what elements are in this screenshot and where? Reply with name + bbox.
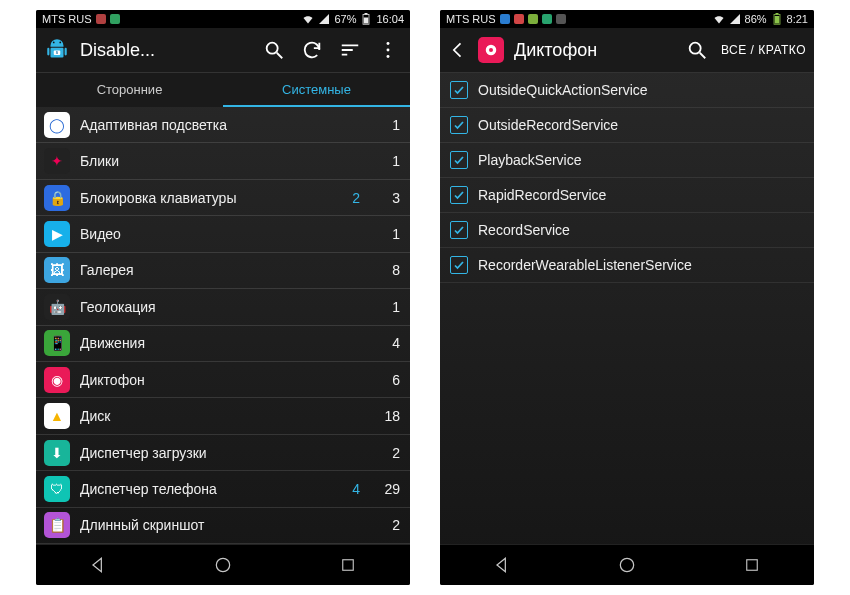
svg-point-10 <box>267 43 278 54</box>
app-label: Длинный скриншот <box>80 517 360 533</box>
app-label: Диск <box>80 408 360 424</box>
overflow-icon[interactable] <box>374 36 402 64</box>
app-label: Блики <box>80 153 360 169</box>
search-icon[interactable] <box>260 36 288 64</box>
service-list[interactable]: OutsideQuickActionServiceOutsideRecordSe… <box>440 73 814 544</box>
app-icon: ▲ <box>44 403 70 429</box>
svg-point-16 <box>387 49 390 52</box>
service-row[interactable]: OutsideRecordService <box>440 108 814 143</box>
nav-bar <box>36 544 410 585</box>
tab-thirdparty[interactable]: Сторонние <box>36 73 223 107</box>
app-row[interactable]: ✦Блики1 <box>36 143 410 179</box>
service-checkbox[interactable] <box>450 151 468 169</box>
svg-point-15 <box>387 42 390 45</box>
app-brand-icon: S <box>44 37 70 63</box>
nav-bar <box>440 544 814 585</box>
service-label: RapidRecordService <box>478 187 804 203</box>
app-label: Блокировка клавиатуры <box>80 190 320 206</box>
app-label: Видео <box>80 226 360 242</box>
service-label: RecordService <box>478 222 804 238</box>
service-row[interactable]: RecorderWearableListenerService <box>440 248 814 283</box>
status-bar: MTS RUS 86% 8:21 <box>440 10 814 28</box>
total-count: 6 <box>370 372 400 388</box>
app-list[interactable]: ◯Адаптивная подсветка1✦Блики1🔒Блокировка… <box>36 107 410 544</box>
total-count: 18 <box>370 408 400 424</box>
app-icon-recorder <box>478 37 504 63</box>
tab-system[interactable]: Системные <box>223 73 410 107</box>
svg-point-4 <box>59 42 61 44</box>
nav-back-icon[interactable] <box>490 553 514 577</box>
phone-left: MTS RUS 67% 16:04 <box>36 10 410 585</box>
app-bar: S Disable... <box>36 28 410 73</box>
app-row[interactable]: 🖼Галерея8 <box>36 253 410 289</box>
status-app-icon <box>556 14 566 24</box>
app-icon: 🖼 <box>44 257 70 283</box>
app-label: Диспетчер загрузки <box>80 445 360 461</box>
total-count: 2 <box>370 517 400 533</box>
total-count: 2 <box>370 445 400 461</box>
svg-line-26 <box>700 53 706 59</box>
service-row[interactable]: RecordService <box>440 213 814 248</box>
app-row[interactable]: 🔒Блокировка клавиатуры23 <box>36 180 410 216</box>
service-label: OutsideRecordService <box>478 117 804 133</box>
nav-back-icon[interactable] <box>86 553 110 577</box>
wifi-icon <box>302 13 314 25</box>
app-icon: 🔒 <box>44 185 70 211</box>
total-count: 4 <box>370 335 400 351</box>
app-row[interactable]: 📱Движения4 <box>36 326 410 362</box>
nav-home-icon[interactable] <box>615 553 639 577</box>
app-label: Адаптивная подсветка <box>80 117 360 133</box>
service-label: RecorderWearableListenerService <box>478 257 804 273</box>
status-bar: MTS RUS 67% 16:04 <box>36 10 410 28</box>
refresh-icon[interactable] <box>298 36 326 64</box>
service-row[interactable]: OutsideQuickActionService <box>440 73 814 108</box>
sort-icon[interactable] <box>336 36 364 64</box>
back-icon[interactable] <box>448 36 468 64</box>
service-row[interactable]: PlaybackService <box>440 143 814 178</box>
status-app-icon <box>514 14 524 24</box>
app-row[interactable]: ◉Диктофон6 <box>36 362 410 398</box>
app-row[interactable]: ⬇Диспетчер загрузки2 <box>36 435 410 471</box>
svg-rect-6 <box>47 48 49 56</box>
search-icon[interactable] <box>683 36 711 64</box>
service-checkbox[interactable] <box>450 256 468 274</box>
total-count: 1 <box>370 226 400 242</box>
app-icon: ⬇ <box>44 440 70 466</box>
signal-icon <box>729 13 741 25</box>
app-row[interactable]: ▶Видео1 <box>36 216 410 252</box>
svg-rect-19 <box>342 560 353 571</box>
disabled-count: 2 <box>330 190 360 206</box>
app-icon: 📋 <box>44 512 70 538</box>
app-row[interactable]: ▲Диск18 <box>36 398 410 434</box>
app-bar: Диктофон ВСЕ / КРАТКО <box>440 28 814 73</box>
app-icon: 🤖 <box>44 294 70 320</box>
nav-recent-icon[interactable] <box>336 553 360 577</box>
app-row[interactable]: 🤖Геолокация1 <box>36 289 410 325</box>
service-checkbox[interactable] <box>450 221 468 239</box>
service-row[interactable]: RapidRecordService <box>440 178 814 213</box>
nav-home-icon[interactable] <box>211 553 235 577</box>
total-count: 8 <box>370 262 400 278</box>
total-count: 1 <box>370 117 400 133</box>
app-icon: 🛡 <box>44 476 70 502</box>
nav-recent-icon[interactable] <box>740 553 764 577</box>
service-checkbox[interactable] <box>450 116 468 134</box>
app-row[interactable]: 🛡Диспетчер телефона429 <box>36 471 410 507</box>
svg-point-24 <box>489 48 493 52</box>
app-row[interactable]: 📋Длинный скриншот2 <box>36 508 410 544</box>
app-row[interactable]: ◯Адаптивная подсветка1 <box>36 107 410 143</box>
app-label: Галерея <box>80 262 360 278</box>
total-count: 29 <box>370 481 400 497</box>
disabled-count: 4 <box>330 481 360 497</box>
app-icon: 📱 <box>44 330 70 356</box>
app-label: Диктофон <box>80 372 360 388</box>
toggle-all-brief[interactable]: ВСЕ / КРАТКО <box>721 43 806 57</box>
service-checkbox[interactable] <box>450 81 468 99</box>
service-checkbox[interactable] <box>450 186 468 204</box>
clock-label: 16:04 <box>376 13 404 25</box>
carrier-label: MTS RUS <box>446 13 496 25</box>
svg-point-25 <box>690 43 701 54</box>
service-label: PlaybackService <box>478 152 804 168</box>
svg-point-18 <box>216 558 229 571</box>
total-count: 1 <box>370 299 400 315</box>
